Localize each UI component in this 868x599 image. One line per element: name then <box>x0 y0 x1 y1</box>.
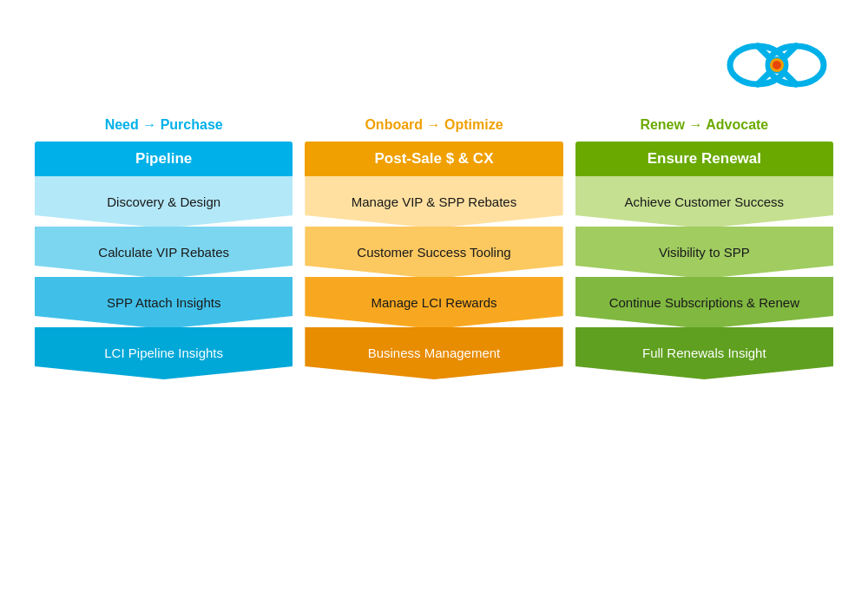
title-block <box>35 26 720 59</box>
header-row <box>35 26 833 100</box>
column-post-sale: Onboard → OptimizePost-Sale $ & CXManage… <box>305 115 562 582</box>
chevron-item-post-sale-1: Customer Success Tooling <box>305 227 562 279</box>
chevron-item-renewal-1: Visibility to SPP <box>575 227 833 279</box>
column-header-pipeline: Pipeline <box>35 142 293 176</box>
chevron-item-pipeline-2: SPP Attach Insights <box>35 277 293 329</box>
chevron-text-renewal-1: Visibility to SPP <box>659 244 750 261</box>
chevron-text-post-sale-0: Manage VIP & SPP Rebates <box>352 194 516 211</box>
netformx-logo-icon <box>725 30 829 100</box>
column-header-renewal: Ensure Renewal <box>575 142 833 176</box>
chevron-item-renewal-2: Continue Subscriptions & Renew <box>575 277 833 329</box>
chevron-rows-pipeline: Discovery & DesignCalculate VIP RebatesS… <box>35 176 293 582</box>
chevron-text-renewal-2: Continue Subscriptions & Renew <box>609 294 799 312</box>
chevron-text-pipeline-3: LCI Pipeline Insights <box>104 345 223 362</box>
chevron-rows-post-sale: Manage VIP & SPP RebatesCustomer Success… <box>305 176 562 582</box>
chevron-text-pipeline-2: SPP Attach Insights <box>107 294 220 312</box>
page-container: Need → PurchasePipelineDiscovery & Desig… <box>0 0 868 599</box>
chevron-item-post-sale-3: Business Management <box>305 327 562 379</box>
chevron-item-pipeline-0: Discovery & Design <box>35 176 293 228</box>
chevron-text-post-sale-1: Customer Success Tooling <box>357 244 510 261</box>
chevron-text-renewal-0: Achieve Customer Success <box>625 194 784 211</box>
chevron-item-post-sale-2: Manage LCI Rewards <box>305 277 562 329</box>
chevron-item-renewal-0: Achieve Customer Success <box>575 176 833 228</box>
chevron-text-pipeline-0: Discovery & Design <box>107 194 220 211</box>
chevron-text-post-sale-3: Business Management <box>368 345 501 362</box>
column-pipeline: Need → PurchasePipelineDiscovery & Desig… <box>35 115 293 582</box>
chevron-text-renewal-3: Full Renewals Insight <box>642 345 766 362</box>
main-title <box>35 26 720 59</box>
chevron-item-pipeline-3: LCI Pipeline Insights <box>35 327 293 379</box>
logo-area <box>720 26 833 100</box>
chevron-item-pipeline-1: Calculate VIP Rebates <box>35 227 293 279</box>
svg-point-5 <box>773 61 781 69</box>
chevron-text-post-sale-2: Manage LCI Rewards <box>371 294 496 312</box>
column-label-pipeline: Need → Purchase <box>35 115 293 135</box>
columns-wrapper: Need → PurchasePipelineDiscovery & Desig… <box>35 115 833 582</box>
column-label-renewal: Renew → Advocate <box>575 115 833 135</box>
column-renewal: Renew → AdvocateEnsure RenewalAchieve Cu… <box>575 115 833 582</box>
column-label-post-sale: Onboard → Optimize <box>305 115 562 135</box>
column-header-post-sale: Post-Sale $ & CX <box>305 142 562 176</box>
chevron-text-pipeline-1: Calculate VIP Rebates <box>98 244 229 261</box>
chevron-rows-renewal: Achieve Customer SuccessVisibility to SP… <box>575 176 833 582</box>
chevron-item-post-sale-0: Manage VIP & SPP Rebates <box>305 176 562 228</box>
chevron-item-renewal-3: Full Renewals Insight <box>575 327 833 379</box>
